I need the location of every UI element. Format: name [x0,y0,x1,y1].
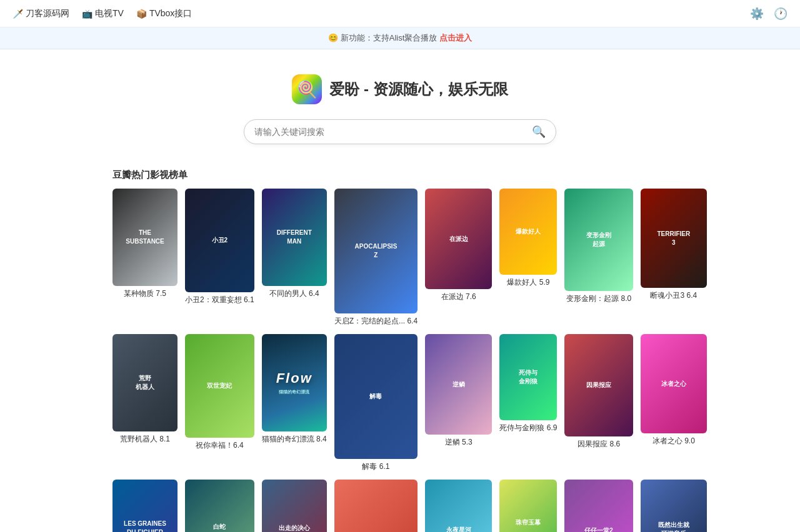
header: 🗡️ 刀客源码网 📺 电视TV 📦 TVbox接口 ⚙️ 🕐 [0,0,800,27]
app-title: 爱盼 - 资源随心，娱乐无限 [329,79,508,99]
movie-grid: THE SUBSTANCE某种物质 7.5小丑2小丑2：双重妄想 6.1DIFF… [112,189,688,532]
movie-title: 猫猫的奇幻漂流 8.4 [262,434,327,445]
movie-item[interactable]: 永夜星河永夜星河 7.6 [425,480,492,532]
movie-title: 断魂小丑3 6.4 [641,290,707,301]
nav-daoke-label: 刀客源码网 [26,8,69,19]
movie-item[interactable]: 在派边在派边 7.6 [425,189,492,327]
movie-title: 变形金刚：起源 8.0 [564,293,632,304]
movie-item[interactable]: 变形金刚 起源变形金刚：起源 8.0 [564,189,632,327]
search-box: 🔍 [244,119,556,144]
movie-item[interactable]: 逆鳞逆鳞 5.3 [425,334,492,472]
movie-item[interactable]: 小丑2小丑2：双重妄想 6.1 [185,189,254,327]
movie-item[interactable]: THE SUBSTANCE某种物质 7.5 [112,189,178,327]
movie-title: 逆鳞 5.3 [425,437,492,448]
tv-icon: 📺 [82,9,92,19]
movie-item[interactable]: Flow猫猫的奇幻漂流猫猫的奇幻漂流 8.4 [262,334,327,472]
movie-item[interactable]: 冰者之心冰者之心 9.0 [641,334,707,472]
section-title: 豆瓣热门影视榜单 [112,169,688,181]
main-nav: 🗡️ 刀客源码网 📺 电视TV 📦 TVbox接口 [12,8,192,19]
movie-item[interactable]: 珠帘玉幕珠帘玉幕 [499,480,557,532]
settings-button[interactable]: ⚙️ [750,7,764,21]
movie-item[interactable]: 解毒解毒 6.1 [334,334,418,472]
movie-item[interactable]: DIFFERENT MAN不同的男人 6.4 [262,189,327,327]
movie-item[interactable]: 因果报应因果报应 8.6 [564,334,632,472]
movie-title: 在派边 7.6 [425,292,492,302]
movie-title: 因果报应 8.6 [564,439,632,450]
nav-tvbox[interactable]: 📦 TVbox接口 [136,8,192,19]
movie-item[interactable]: 爆款好人爆款好人 5.9 [499,189,557,327]
movie-item[interactable]: 既然出生就 环游音乐既然出生就环游音... [641,480,707,532]
nav-dianshitv-label: 电视TV [95,8,124,19]
movie-item[interactable]: APOCALIPSIS Z天启Z：完结的起点... 6.4 [334,189,418,327]
tvbox-icon: 📦 [136,9,147,19]
app-logo: 🍭 [292,74,322,104]
history-button[interactable]: 🕐 [774,7,788,21]
hero-title-row: 🍭 爱盼 - 资源随心，娱乐无限 [292,74,508,104]
movie-title: 某种物质 7.5 [112,288,178,299]
announce-text: 新功能：支持Alist聚合播放 [341,33,438,42]
movie-item[interactable]: LES GRAINES DU FIGUIER神圣无花果之种 7.7 [112,480,178,532]
movie-title: 死侍与金刚狼 6.9 [499,423,557,433]
announce-link[interactable]: 点击进入 [439,33,472,42]
movie-item[interactable]: 荒野 机器人荒野机器人 8.1 [112,334,178,472]
search-button[interactable]: 🔍 [532,125,546,139]
daoke-icon: 🗡️ [12,9,23,19]
movie-item[interactable]: 出走的决心出走的决心 9.0 [262,480,327,532]
movie-title: 解毒 6.1 [334,461,418,472]
movie-item[interactable]: 仔仔一堂2仔仔一堂2 7.6 [564,480,632,532]
movie-item[interactable]: TERRIFIER 3断魂小丑3 6.4 [641,189,707,327]
hero-section: 🍭 爱盼 - 资源随心，娱乐无限 🔍 [0,49,800,157]
nav-daoke[interactable]: 🗡️ 刀客源码网 [12,8,69,19]
movie-item[interactable]: 双世宠妃祝你幸福！6.4 [185,334,254,472]
movie-item[interactable]: 白蛇 浮生白蛇：浮生 7.0 [185,480,254,532]
movie-title: 荒野机器人 8.1 [112,434,178,445]
movie-section: 豆瓣热门影视榜单 THE SUBSTANCE某种物质 7.5小丑2小丑2：双重妄… [0,157,800,532]
announce-emoji: 😊 [328,33,338,42]
announce-bar: 😊 新功能：支持Alist聚合播放 点击进入 [0,27,800,49]
search-input[interactable] [254,127,532,137]
movie-item[interactable]: 野孩子野孩子 6.7 [334,480,418,532]
movie-title: 冰者之心 9.0 [641,436,707,446]
movie-title: 小丑2：双重妄想 6.1 [185,295,254,305]
movie-title: 爆款好人 5.9 [499,277,557,288]
nav-dianshitv[interactable]: 📺 电视TV [82,8,124,19]
movie-title: 天启Z：完结的起点... 6.4 [334,316,418,327]
nav-tvbox-label: TVbox接口 [149,8,192,19]
movie-title: 不同的男人 6.4 [262,288,327,299]
movie-item[interactable]: 死侍与 金刚狼死侍与金刚狼 6.9 [499,334,557,472]
movie-title: 祝你幸福！6.4 [185,440,254,451]
header-actions: ⚙️ 🕐 [750,7,788,21]
